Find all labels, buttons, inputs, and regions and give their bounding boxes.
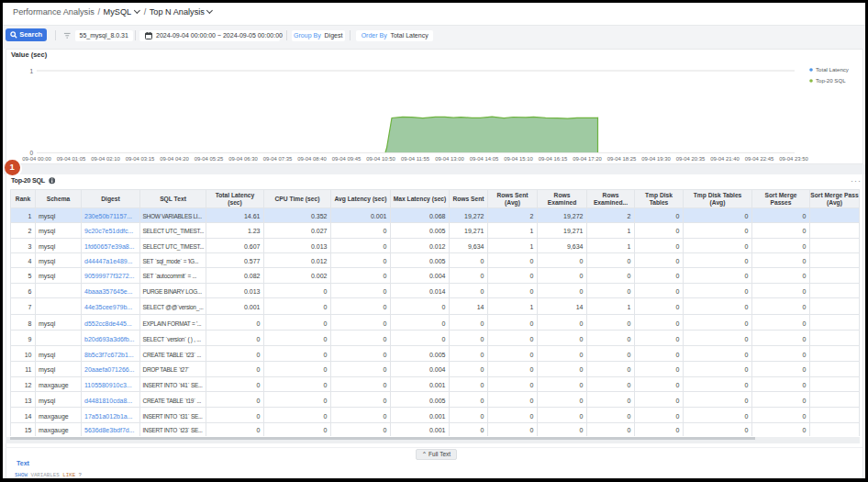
svg-text:1: 1 [29, 68, 33, 74]
svg-text:Total Latency: Total Latency [816, 66, 850, 73]
svg-text:09-04 21:40: 09-04 21:40 [710, 156, 740, 162]
svg-text:09-04 16:15: 09-04 16:15 [539, 156, 568, 162]
svg-text:09-04 10:50: 09-04 10:50 [366, 156, 395, 162]
svg-text:09-04 09:45: 09-04 09:45 [332, 156, 362, 162]
svg-text:09-04 18:25: 09-04 18:25 [607, 156, 637, 162]
svg-text:09-04 01:05: 09-04 01:05 [57, 156, 86, 162]
svg-text:09-04 02:10: 09-04 02:10 [91, 156, 120, 162]
svg-text:0: 0 [29, 150, 33, 156]
svg-text:09-04 19:30: 09-04 19:30 [641, 156, 671, 162]
svg-text:09-04 06:30: 09-04 06:30 [228, 156, 258, 162]
svg-text:09-04 11:55: 09-04 11:55 [401, 156, 430, 162]
svg-text:09-04 22:45: 09-04 22:45 [745, 156, 774, 162]
svg-text:09-04 00:00: 09-04 00:00 [22, 156, 51, 162]
svg-text:09-04 23:50: 09-04 23:50 [779, 156, 808, 162]
svg-text:09-04 05:25: 09-04 05:25 [195, 156, 224, 162]
svg-text:Top-20 SQL: Top-20 SQL [816, 77, 846, 84]
svg-text:09-04 08:40: 09-04 08:40 [297, 156, 327, 162]
svg-text:09-04 20:35: 09-04 20:35 [676, 156, 706, 162]
svg-text:09-04 13:00: 09-04 13:00 [435, 156, 464, 162]
svg-text:09-04 14:05: 09-04 14:05 [470, 156, 499, 162]
svg-text:09-04 07:35: 09-04 07:35 [263, 156, 293, 162]
svg-text:09-04 15:10: 09-04 15:10 [504, 156, 533, 162]
svg-text:09-04 04:20: 09-04 04:20 [160, 156, 189, 162]
svg-text:09-04 17:20: 09-04 17:20 [573, 156, 602, 162]
svg-text:09-04 03:15: 09-04 03:15 [126, 156, 155, 162]
